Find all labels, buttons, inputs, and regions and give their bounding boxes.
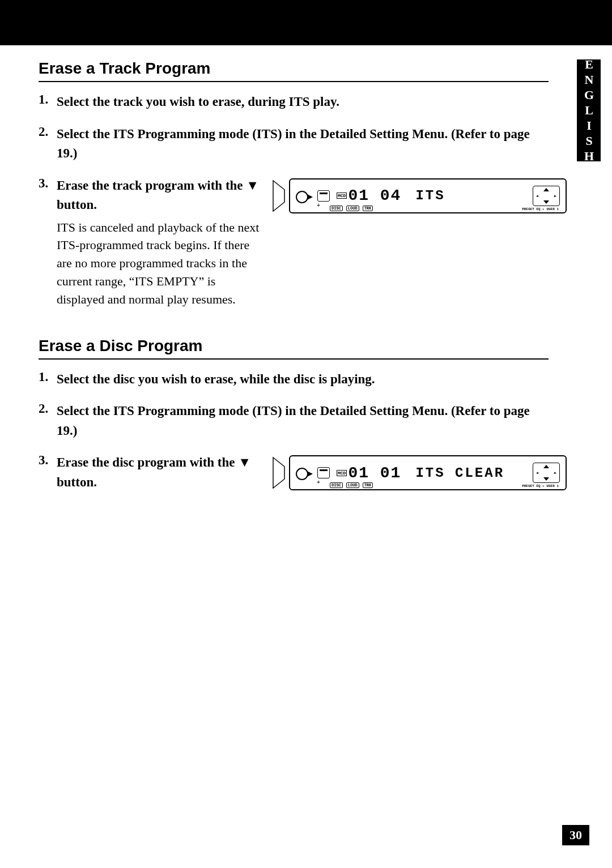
step-number: 2.	[39, 401, 48, 416]
lcd-preset-label: PRESET EQ ▸ USER 1	[522, 484, 559, 488]
step-title: Select the disc you wish to erase, while…	[57, 370, 549, 390]
steps-list-2: 1. Select the disc you wish to erase, wh…	[39, 370, 549, 493]
step-1-1: 1. Select the track you wish to erase, d…	[39, 92, 549, 112]
lcd-main-text: ITS CLEAR	[415, 465, 504, 481]
section-heading-erase-disc: Erase a Disc Program	[39, 337, 549, 360]
remote-outline-icon	[272, 179, 286, 212]
step-title: Select the ITS Programming mode (ITS) in…	[57, 125, 549, 164]
step-number: 2.	[39, 125, 48, 139]
header-band	[0, 0, 612, 45]
section-heading-erase-track: Erase a Track Program	[39, 59, 549, 82]
display-illustration-1: MCD 01 04 DISCLOUDTRK ITS ◂▸ PRESET EQ ▸…	[272, 176, 567, 213]
display-illustration-2: MCD 01 01 DISCLOUDTRK ITS CLEAR ◂▸	[272, 453, 567, 490]
mcd-badge: MCD	[337, 193, 347, 199]
page-content: Erase a Track Program 1. Select the trac…	[39, 59, 566, 504]
remote-outline-icon	[272, 456, 286, 489]
track-repeat-icon	[317, 467, 330, 478]
step-1-2: 2. Select the ITS Programming mode (ITS)…	[39, 125, 549, 164]
page-number: 30	[562, 825, 589, 845]
step-number: 3.	[39, 453, 48, 468]
lcd-sublabels: DISCLOUDTRK	[330, 206, 373, 211]
svg-marker-0	[273, 181, 284, 211]
step-1-3: 3. Erase the track program with the ▼ bu…	[39, 176, 549, 309]
step-number: 1.	[39, 370, 48, 384]
step-number: 3.	[39, 176, 48, 191]
lcd-panel: MCD 01 04 DISCLOUDTRK ITS ◂▸ PRESET EQ ▸…	[289, 178, 567, 213]
step-2-1: 1. Select the disc you wish to erase, wh…	[39, 370, 549, 390]
track-repeat-icon	[317, 190, 330, 202]
svg-marker-1	[273, 457, 284, 488]
lcd-numbers: 01 04	[348, 187, 401, 204]
lcd-sublabels: DISCLOUDTRK	[330, 482, 373, 488]
step-number: 1.	[39, 92, 48, 107]
lcd-numbers: 01 01	[348, 464, 401, 482]
language-tab: ENGLISH	[577, 59, 601, 161]
mcd-badge: MCD	[337, 470, 347, 476]
nav-dpad-icon: ◂▸	[533, 186, 560, 206]
lcd-main-text: ITS	[415, 188, 445, 203]
step-title: Select the track you wish to erase, duri…	[57, 92, 549, 112]
step-title: Select the ITS Programming mode (ITS) in…	[57, 401, 549, 441]
step-2-2: 2. Select the ITS Programming mode (ITS)…	[39, 401, 549, 441]
lcd-panel: MCD 01 01 DISCLOUDTRK ITS CLEAR ◂▸	[289, 455, 567, 490]
step-body: ITS is canceled and playback of the next…	[57, 219, 261, 309]
steps-list-1: 1. Select the track you wish to erase, d…	[39, 92, 549, 309]
lcd-preset-label: PRESET EQ ▸ USER 1	[522, 207, 559, 211]
step-title: Erase the disc program with the ▼ button…	[57, 453, 261, 492]
step-2-3: 3. Erase the disc program with the ▼ but…	[39, 453, 549, 492]
cd-eject-icon	[296, 467, 313, 479]
cd-eject-icon	[296, 190, 313, 202]
nav-dpad-icon: ◂▸	[533, 463, 560, 483]
step-title: Erase the track program with the ▼ butto…	[57, 176, 261, 215]
manual-page: ENGLISH Erase a Track Program 1. Select …	[0, 0, 612, 868]
